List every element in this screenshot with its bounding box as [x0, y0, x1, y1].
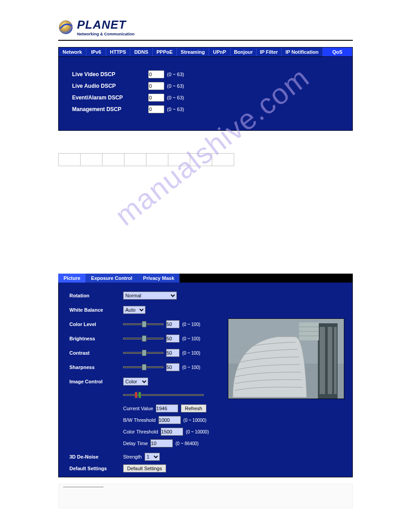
dscp-hint: (0 ~ 63) [167, 107, 184, 112]
refresh-button[interactable]: Refresh [181, 404, 206, 412]
contrast-slider[interactable] [123, 350, 163, 356]
sharpness-value[interactable] [166, 363, 180, 371]
row-contrast: Contrast (0 ~ 100) [69, 349, 220, 357]
color-threshold-input[interactable] [161, 428, 183, 436]
contrast-value[interactable] [166, 349, 180, 357]
delay-time-input[interactable] [150, 439, 173, 447]
svg-rect-4 [320, 327, 325, 394]
dscp-row-event-alarm: Event/Alaram DSCP (0 ~ 63) [72, 94, 339, 102]
header-divider [58, 40, 353, 41]
dscp-label: Management DSCP [72, 106, 148, 112]
placeholder-table [58, 153, 234, 166]
tab-bonjour[interactable]: Bonjour [231, 47, 257, 56]
row-bw-threshold: B/W Threshold (0 ~ 10000) [69, 416, 220, 424]
dscp-hint: (0 ~ 63) [167, 95, 184, 100]
dscp-label: Event/Alaram DSCP [72, 94, 148, 101]
dscp-row-management: Management DSCP (0 ~ 63) [72, 105, 339, 113]
logo: PLANET Networking & Communication [58, 18, 353, 36]
rotation-select[interactable]: Normal [123, 292, 177, 300]
network-tab-bar: Network IPv6 HTTPS DDNS PPPoE Streaming … [58, 47, 353, 57]
brightness-slider[interactable] [123, 335, 163, 342]
row-delay-time: Delay Time (0 ~ 86400) [69, 439, 220, 447]
tab-privacy-mask[interactable]: Privacy Mask [138, 274, 180, 283]
row-sharpness: Sharpness (0 ~ 100) [69, 363, 220, 371]
dscp-input-live-video[interactable] [148, 70, 164, 78]
sharpness-slider[interactable] [123, 364, 163, 370]
row-default-settings: Default Settings Default Settings [69, 464, 220, 472]
denoise-strength-select[interactable]: 1 [145, 453, 160, 461]
bw-threshold-input[interactable] [158, 416, 181, 424]
dscp-input-live-audio[interactable] [148, 82, 164, 90]
tab-ipv6[interactable]: IPv6 [86, 47, 106, 56]
row-color-threshold: Color Threshold (0 ~ 10000) [69, 428, 220, 436]
tab-pppoe[interactable]: PPPoE [153, 47, 177, 56]
row-image-control-slider [69, 392, 220, 398]
svg-rect-6 [334, 327, 337, 394]
tab-exposure[interactable]: Exposure Control [86, 274, 137, 283]
tab-upnp[interactable]: UPnP [209, 47, 231, 56]
current-value-field [156, 404, 178, 412]
dscp-label: Live Video DSCP [72, 71, 148, 77]
threshold-slider[interactable] [123, 392, 204, 398]
row-white-balance: White Balance Auto [69, 306, 220, 314]
dscp-label: Live Audio DSCP [72, 83, 148, 89]
tab-qos[interactable]: QoS [323, 47, 352, 56]
tab-network[interactable]: Network [59, 47, 86, 56]
tab-ipnotification[interactable]: IP Notification [282, 47, 323, 56]
tab-https[interactable]: HTTPS [106, 47, 130, 56]
row-color-level: Color Level (0 ~ 100) [69, 320, 220, 328]
dscp-input-management[interactable] [148, 105, 164, 113]
dscp-hint: (0 ~ 63) [167, 83, 184, 89]
row-image-control: Image Control Color [69, 378, 220, 386]
dscp-row-live-audio: Live Audio DSCP (0 ~ 63) [72, 82, 339, 90]
logo-text: PLANET Networking & Communication [77, 18, 135, 36]
default-settings-button[interactable]: Default Settings [123, 464, 166, 472]
tab-ddns[interactable]: DDNS [130, 47, 153, 56]
white-balance-select[interactable]: Auto [123, 306, 146, 314]
tab-picture[interactable]: Picture [58, 274, 86, 283]
image-control-select[interactable]: Color [123, 378, 148, 386]
row-3d-denoise: 3D De-Noise Strength 1 [69, 453, 220, 461]
color-level-value[interactable] [166, 320, 180, 328]
camera-tab-bar: Picture Exposure Control Privacy Mask [58, 274, 353, 283]
dscp-hint: (0 ~ 63) [167, 72, 184, 77]
svg-rect-5 [328, 327, 332, 394]
picture-settings-panel: Rotation Normal White Balance Auto Color… [58, 283, 353, 477]
dscp-row-live-video: Live Video DSCP (0 ~ 63) [72, 70, 339, 78]
brightness-value[interactable] [166, 335, 180, 343]
planet-globe-icon [58, 20, 73, 35]
row-brightness: Brightness (0 ~ 100) [69, 335, 220, 343]
camera-preview [228, 318, 344, 399]
row-rotation: Rotation Normal [69, 292, 220, 300]
color-level-slider[interactable] [123, 321, 163, 327]
footnote-box [58, 484, 353, 508]
row-current-value: Current Value Refresh [69, 404, 220, 412]
dscp-input-event-alarm[interactable] [148, 94, 164, 102]
tab-streaming[interactable]: Streaming [177, 47, 209, 56]
tab-ipfilter[interactable]: IP Filter [257, 47, 282, 56]
qos-dscp-panel: Live Video DSCP (0 ~ 63) Live Audio DSCP… [58, 57, 353, 131]
